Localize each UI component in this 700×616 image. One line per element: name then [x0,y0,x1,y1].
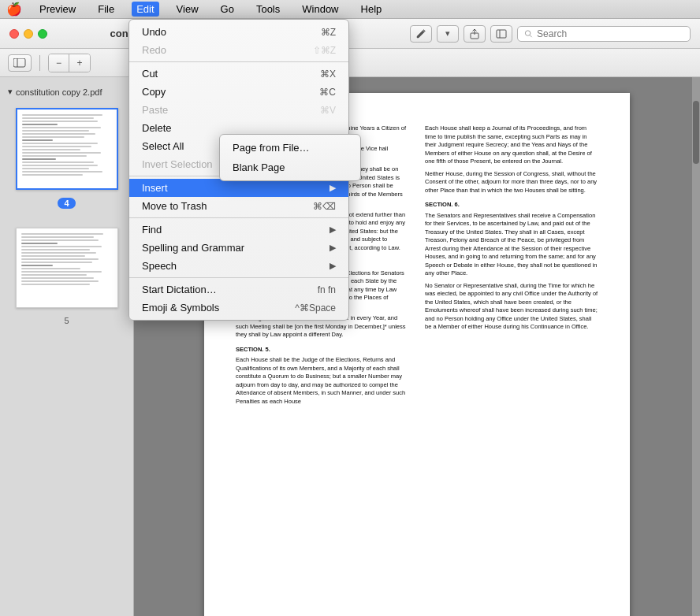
pdf-text-col2-3: The Senators and Representatives shall r… [425,212,598,278]
search-input[interactable] [537,28,683,39]
menu-item-emoji-symbols[interactable]: Emoji & Symbols ^⌘Space [129,299,348,317]
annotate-button[interactable] [410,25,432,43]
sidebar-filename: ▾ constitution copy 2.pdf [0,83,133,103]
menu-item-cut[interactable]: Cut ⌘X [129,65,348,83]
zoom-controls: − + [48,54,91,72]
pdf-text-7: Each House shall be the Judge of the Ele… [236,356,409,406]
menubar: 🍎 Preview File Edit View Go Tools Window… [0,0,700,19]
menu-separator-4 [129,277,348,278]
close-button[interactable] [9,29,19,39]
pdf-section-5: SECTION. 5. [236,346,409,354]
insert-submenu: Page from File… Blank Page [219,134,361,181]
menu-item-insert[interactable]: Insert ▶ [129,179,348,197]
svg-line-4 [530,35,532,37]
share-icon [469,28,480,39]
thumbnail-page-5[interactable] [16,228,118,308]
zoom-in-button[interactable]: + [69,54,90,72]
sidebar-toggle-button[interactable] [8,54,32,72]
submenu-item-blank-page[interactable]: Blank Page [220,158,360,177]
menu-item-redo[interactable]: Redo ⇧⌘Z [129,41,348,59]
markup-dropdown-button[interactable]: ▾ [437,25,459,43]
secondary-toolbar: − + [0,49,700,77]
menu-help[interactable]: Help [356,2,387,17]
search-box[interactable] [517,26,691,42]
scrollbar[interactable] [692,77,700,616]
menu-item-undo[interactable]: Undo ⌘Z [129,23,348,41]
maximize-button[interactable] [38,29,47,39]
minimize-button[interactable] [24,29,33,39]
pdf-text-col2-2: Neither House, during the Session of Con… [425,170,598,195]
page-number-4: 4 [58,198,75,209]
menu-item-paste[interactable]: Paste ⌘V [129,101,348,119]
menu-preview[interactable]: Preview [35,2,80,17]
pdf-text-col2-1: Each House shall keep a Journal of its P… [425,124,598,166]
search-icon [524,29,533,39]
apple-menu[interactable]: 🍎 [6,2,22,17]
sidebar-toggle-icon [13,58,26,68]
page-number-5: 5 [64,316,69,325]
thumbnail-page-4[interactable] [16,108,118,190]
menu-item-find[interactable]: Find ▶ [129,221,348,239]
menu-edit[interactable]: Edit [132,2,158,17]
share-button[interactable] [464,25,486,43]
zoom-out-button[interactable]: − [49,54,69,72]
menu-file[interactable]: File [93,2,119,17]
traffic-lights [9,29,47,39]
pdf-column-2: Each House shall keep a Journal of its P… [425,124,598,613]
menu-separator-1 [129,61,348,62]
menu-window[interactable]: Window [297,2,343,17]
submenu-item-page-from-file[interactable]: Page from File… [220,138,360,158]
menu-item-spelling[interactable]: Spelling and Grammar ▶ [129,239,348,257]
titlebar: constitution copy 2.pdf (page 4 of 20) —… [0,19,700,49]
menu-view[interactable]: View [172,2,203,17]
menu-go[interactable]: Go [216,2,239,17]
pen-icon [415,28,426,39]
menu-item-start-dictation[interactable]: Start Dictation… fn fn [129,280,348,299]
menu-item-speech[interactable]: Speech ▶ [129,257,348,275]
menu-tools[interactable]: Tools [251,2,285,17]
svg-point-3 [525,30,530,35]
titlebar-tools: ▾ [410,25,691,43]
menu-separator-3 [129,217,348,218]
scrollbar-thumb[interactable] [693,101,699,164]
pdf-section-6: SECTION. 6. [425,201,598,210]
menu-item-move-to-trash[interactable]: Move to Trash ⌘⌫ [129,197,348,215]
menu-item-copy[interactable]: Copy ⌘C [129,83,348,101]
app-window: constitution copy 2.pdf (page 4 of 20) —… [0,19,700,616]
pdf-text-col2-4: No Senator or Representative shall, duri… [425,282,598,332]
sidebar-button[interactable] [490,25,512,43]
svg-rect-5 [13,58,25,67]
sidebar-icon [496,28,507,39]
svg-rect-1 [497,30,506,38]
sidebar-panel: ▾ constitution copy 2.pdf [0,77,134,616]
